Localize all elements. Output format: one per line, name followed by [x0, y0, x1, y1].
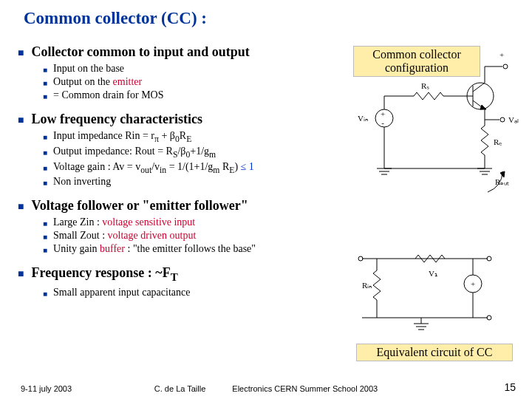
bullet-content: ■Collector common to input and output■In… [18, 44, 328, 300]
schematic-2: Rᵢₙ V₁ + [347, 244, 522, 355]
slide-title: Common collector (CC) : [24, 9, 207, 28]
svg-point-11 [503, 64, 508, 69]
svg-text:Rₑ: Rₑ [494, 137, 502, 146]
svg-text:+: + [381, 109, 385, 118]
bullet-l2: ■Small Zout : voltage driven output [43, 230, 328, 242]
svg-text:-: - [381, 118, 384, 127]
bullet-l2: ■= Common drain for MOS [43, 89, 328, 101]
svg-text:Rₛ: Rₛ [421, 81, 429, 90]
svg-marker-9 [480, 105, 486, 109]
bullet-l2: ■Input on the base [43, 63, 328, 75]
bullet-l1: ■Collector common to input and output [18, 44, 328, 60]
svg-text:Rᵢₙ: Rᵢₙ [362, 281, 372, 290]
schematic-2-caption: Equivalent circuit of CC [356, 344, 513, 361]
bullet-l2: ■Non inverting [43, 176, 328, 188]
bullet-l2: ■Large Zin : voltage sensitive input [43, 216, 328, 228]
bullet-l2: ■Voltage gain : Av = vout/vin = 1/(1+1/g… [43, 161, 328, 175]
bullet-l2: ■Output impedance: Rout = RS/β0+1/gm [43, 146, 328, 160]
svg-text:Vᵢₙ: Vᵢₙ [358, 114, 368, 123]
schematic-1: Rₛ + Vₐₗ Rₑ Rₒᵤₜ + - [347, 44, 522, 200]
bullet-l1: ■Low frequency characteristics [18, 112, 328, 127]
bullet-l1: ■Frequency response : ~FT [18, 265, 328, 284]
bullet-l2: ■Input impedance Rin = rπ + β0RE [43, 130, 328, 144]
footer-page-number: 15 [504, 381, 516, 393]
bullet-l1: ■Voltage follower or "emitter follower" [18, 198, 328, 214]
bullet-l2: ■Small apparent input capacitance [43, 287, 328, 299]
svg-text:Vₐₗ: Vₐₗ [508, 115, 519, 124]
svg-marker-23 [500, 171, 505, 177]
bullet-l2: ■Output on the emitter [43, 76, 328, 88]
svg-text:+: + [471, 279, 475, 288]
svg-text:V₁: V₁ [429, 269, 437, 278]
bullet-l2: ■Unity gain buffer : "the emitter follow… [43, 243, 328, 255]
svg-text:+: + [499, 50, 504, 59]
svg-text:Rₒᵤₜ: Rₒᵤₜ [495, 177, 509, 186]
svg-point-14 [500, 117, 505, 122]
footer-center: C. de La TailleElectronics CERN Summer S… [0, 384, 532, 393]
